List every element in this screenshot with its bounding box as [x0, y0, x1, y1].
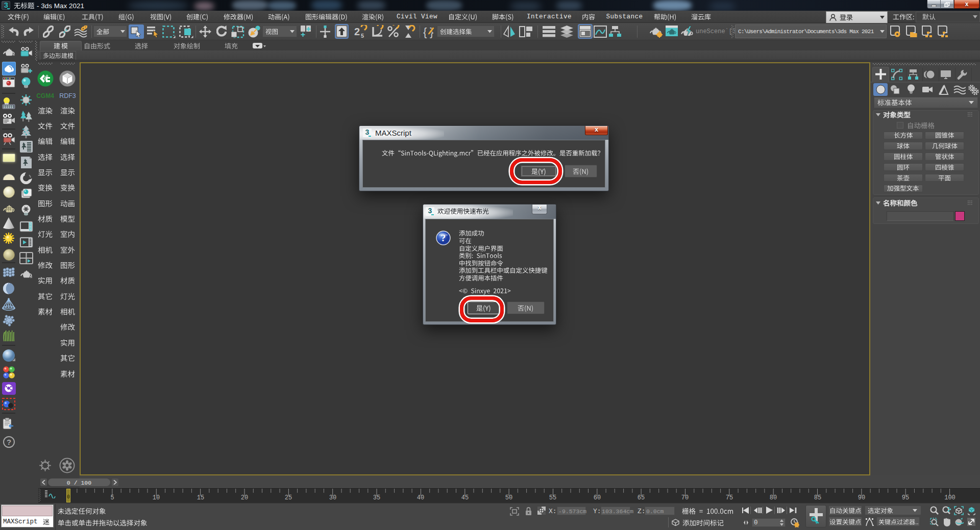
svg-text:5: 5: [361, 33, 364, 38]
svg-text:?: ?: [441, 233, 446, 243]
svg-text:2: 2: [354, 26, 360, 37]
svg-text:{: {: [423, 26, 427, 38]
svg-text:?: ?: [7, 438, 11, 446]
